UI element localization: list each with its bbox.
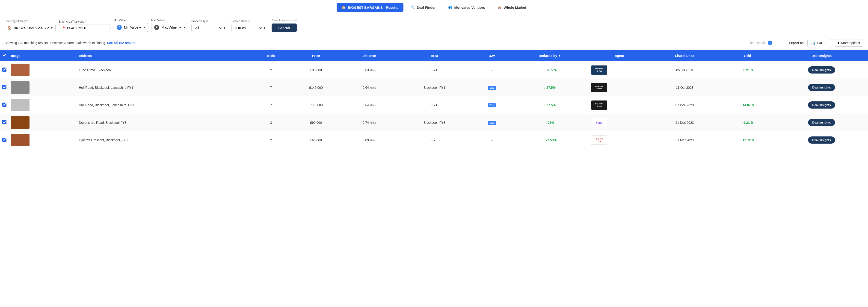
beds-count: 7 <box>270 86 272 89</box>
min-value-select-wrapper[interactable]: £ Min Value ▾ <box>114 23 148 32</box>
row-checkbox[interactable] <box>2 137 6 142</box>
results-summary: Showing 100 matching results | Discover … <box>5 41 135 45</box>
agent-logo: EntwistleGreen <box>591 100 607 110</box>
tab-biggest-bargains-label: BIGGEST BARGAINS - Results <box>348 5 398 9</box>
row-reduced-cell: ↓ 30.77% <box>510 61 589 79</box>
reduced-value: ↓ 27.5% <box>544 103 556 107</box>
row-image-cell <box>9 114 76 131</box>
row-checkbox-cell <box>0 114 9 131</box>
beds-count: 7 <box>270 103 272 107</box>
more-options-button[interactable]: ⬇ More options <box>834 39 863 47</box>
header-distance: Distance <box>343 50 396 61</box>
search-button[interactable]: Search <box>272 24 297 32</box>
excel-export-button[interactable]: 📊 EXCEL <box>807 39 831 47</box>
reduced-value: ↓ 27.5% <box>544 86 556 89</box>
deal-insights-button[interactable]: Deal Insights <box>808 101 835 109</box>
row-beds-cell: 2 <box>253 61 289 79</box>
reduced-value: ↓ 23.53% <box>543 138 557 142</box>
property-image <box>11 116 30 129</box>
tab-motivated-vendors-label: Motivated Vendors <box>455 5 485 9</box>
area-value: Blackpool, FY1 <box>424 86 445 89</box>
tab-deal-finder[interactable]: 🔍 Deal Finder <box>405 3 441 12</box>
property-type-select-wrapper[interactable]: All ▾ <box>191 24 228 32</box>
distance-unit: Miles <box>370 121 376 124</box>
sourcing-strategy-select[interactable]: 🏠 BIGGEST BARGAINS ▾ <box>5 24 56 32</box>
deal-insights-button[interactable]: Deal Insights <box>808 136 835 144</box>
row-listed-since-cell: 01 Mar 2023 <box>650 131 719 149</box>
distance-value: 0.64 <box>363 103 369 107</box>
property-image <box>11 81 30 94</box>
min-value-chevron: ▾ <box>144 26 145 29</box>
row-address-cell: Hull Road, Blackpool, Lancashire, FY1 <box>76 96 253 114</box>
min-value-pound-icon: £ <box>117 25 122 30</box>
listed-since-date: 07 Dec 2023 <box>676 103 694 107</box>
property-type-dropdown[interactable]: All <box>194 26 222 30</box>
row-distance-cell: 0.64 Miles <box>343 79 396 96</box>
deal-insights-button[interactable]: Deal Insights <box>808 119 835 126</box>
see-all-link[interactable]: See All 102 results <box>107 41 135 45</box>
row-image-cell <box>9 79 76 96</box>
max-value-dropdown[interactable]: Max Value <box>161 25 182 30</box>
area-postcode-input-wrapper[interactable]: 📍 <box>59 24 111 32</box>
row-checkbox[interactable] <box>2 120 6 124</box>
property-address: Devonshire Road, Blackpool FY3 <box>79 121 126 124</box>
yield-value: ↑ 9.21 % <box>741 121 753 124</box>
area-postcode-label: Enter Area/Postcode * <box>59 20 111 23</box>
row-checkbox[interactable] <box>2 67 6 72</box>
tab-whole-market[interactable]: 🏘️ Whole Market <box>492 3 532 12</box>
max-value-select-wrapper[interactable]: £ Max Value ▾ <box>151 23 188 32</box>
min-value-dropdown[interactable]: Min Value <box>123 25 142 30</box>
area-postcode-field[interactable] <box>67 26 107 30</box>
sourcing-strategy-dropdown[interactable]: BIGGEST BARGAINS <box>13 26 50 30</box>
tab-motivated-vendors[interactable]: 👥 Motivated Vendors <box>443 3 490 12</box>
filters-section: Sourcing Strategy * 🏠 BIGGEST BARGAINS ▾… <box>0 15 868 36</box>
d2v-badge: D2V <box>488 121 496 125</box>
results-table-container: Image Address Beds Price Distance Area D… <box>0 50 868 149</box>
row-area-cell: FY1 <box>396 61 473 79</box>
results-table: Image Address Beds Price Distance Area D… <box>0 50 868 149</box>
tab-biggest-bargains[interactable]: 🏠 BIGGEST BARGAINS - Results <box>337 3 403 12</box>
beds-count: 2 <box>270 68 272 72</box>
row-beds-cell: 7 <box>253 96 289 114</box>
search-radius-dropdown[interactable]: 3 miles <box>235 26 262 30</box>
row-area-cell: FY3 <box>396 131 473 149</box>
filter-results-wrapper[interactable]: Filter Results i <box>745 39 786 47</box>
search-radius-select-wrapper[interactable]: 3 miles ▾ <box>231 24 268 32</box>
max-value-chevron: ▾ <box>184 26 185 29</box>
row-reduced-cell: ↓ 25% <box>510 114 589 131</box>
property-address: Lyncroft Crescent, Blackpool, FY3 <box>79 138 127 142</box>
area-value: FY1 <box>432 103 438 107</box>
distance-value: 0.74 <box>363 121 369 124</box>
area-value: FY1 <box>432 68 438 72</box>
results-count: 100 <box>18 41 23 45</box>
tab-whole-market-label: Whole Market <box>504 5 526 9</box>
row-listed-since-cell: 11 Oct 2023 <box>650 79 719 96</box>
row-image-cell <box>9 61 76 79</box>
deal-insights-button[interactable]: Deal Insights <box>808 66 835 73</box>
beds-count: 3 <box>270 121 272 124</box>
row-checkbox[interactable] <box>2 102 6 107</box>
row-agent-cell: yopa <box>589 114 650 131</box>
min-value-label: Min Value <box>114 19 148 22</box>
agent-logo: MARTIN& CO <box>591 65 607 75</box>
property-address: Lune Grove, Blackpool <box>79 68 112 72</box>
yield-value: ↑ 8.21 % <box>741 68 753 72</box>
d2v-dash: - <box>491 68 492 72</box>
property-image <box>11 64 30 76</box>
distance-value: 0.63 <box>363 68 369 72</box>
area-value: FY3 <box>432 138 438 142</box>
row-agent-cell: StephenTew <box>589 131 650 149</box>
more-options-label: More options <box>841 41 860 45</box>
select-all-checkbox[interactable] <box>2 53 6 57</box>
row-checkbox[interactable] <box>2 85 6 89</box>
row-deal-insights-cell: Deal Insights <box>775 79 868 96</box>
download-icon: ⬇ <box>837 41 840 45</box>
deal-insights-button[interactable]: Deal Insights <box>808 84 835 91</box>
distance-unit: Miles <box>370 104 376 107</box>
header-d2v: D2V <box>473 50 510 61</box>
export-label: Export as: <box>789 41 805 45</box>
row-deal-insights-cell: Deal Insights <box>775 131 868 149</box>
header-price: Price <box>289 50 343 61</box>
row-beds-cell: 2 <box>253 131 289 149</box>
row-listed-since-cell: 05 Jul 2023 <box>650 61 719 79</box>
